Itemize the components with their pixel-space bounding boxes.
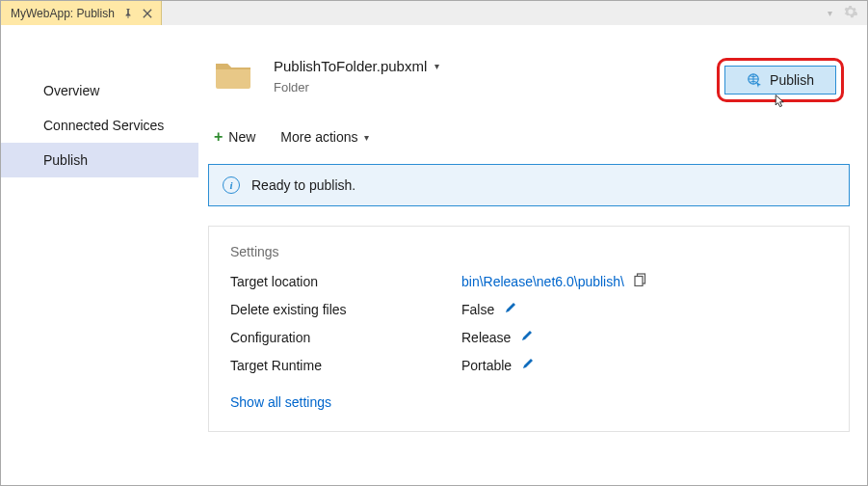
plus-icon: + xyxy=(214,129,223,145)
show-all-settings-link[interactable]: Show all settings xyxy=(230,394,331,410)
actions-row: + New More actions ▾ xyxy=(208,112,850,164)
sidebar-item-connected-services[interactable]: Connected Services xyxy=(1,108,198,143)
sidebar-item-publish[interactable]: Publish xyxy=(1,143,198,177)
profile-name-dropdown[interactable]: PublishToFolder.pubxml ▾ xyxy=(274,58,717,74)
svg-rect-2 xyxy=(635,277,643,286)
content-area: PublishToFolder.pubxml ▾ Folder Publish xyxy=(198,25,867,485)
setting-label-delete-existing: Delete existing files xyxy=(230,302,461,317)
more-actions-label: More actions xyxy=(280,129,357,145)
publish-button-label: Publish xyxy=(770,72,814,88)
new-button[interactable]: + New xyxy=(214,129,255,145)
sidebar-item-label: Overview xyxy=(43,83,99,98)
cursor-icon xyxy=(773,94,788,109)
document-tab[interactable]: MyWebApp: Publish xyxy=(1,1,162,25)
publish-button[interactable]: Publish xyxy=(724,66,836,94)
setting-value-target-runtime: Portable xyxy=(461,358,512,373)
profile-file-name: PublishToFolder.pubxml xyxy=(274,58,427,74)
setting-label-target-location: Target location xyxy=(230,274,461,289)
profile-subtitle: Folder xyxy=(274,80,717,94)
profile-row: PublishToFolder.pubxml ▾ Folder Publish xyxy=(208,25,850,112)
more-actions-dropdown[interactable]: More actions ▾ xyxy=(280,129,368,145)
close-icon[interactable] xyxy=(142,8,153,19)
info-icon: i xyxy=(223,176,240,194)
settings-heading: Settings xyxy=(230,244,828,259)
tab-title: MyWebApp: Publish xyxy=(11,7,115,20)
copy-icon[interactable] xyxy=(634,273,647,289)
setting-value-configuration: Release xyxy=(461,330,511,345)
status-message: Ready to publish. xyxy=(251,177,355,193)
edit-icon[interactable] xyxy=(520,329,534,345)
globe-publish-icon xyxy=(747,72,762,88)
dropdown-icon[interactable]: ▾ xyxy=(828,8,832,18)
titlebar: MyWebApp: Publish ▾ xyxy=(1,1,867,25)
sidebar-item-label: Connected Services xyxy=(43,118,164,133)
folder-icon xyxy=(214,58,252,91)
titlebar-right: ▾ xyxy=(828,1,867,25)
edit-icon[interactable] xyxy=(521,357,535,373)
sidebar-item-label: Publish xyxy=(43,152,88,168)
pin-icon[interactable] xyxy=(122,8,134,19)
chevron-down-icon: ▾ xyxy=(434,61,439,71)
sidebar-item-overview[interactable]: Overview xyxy=(1,73,198,108)
status-bar: i Ready to publish. xyxy=(208,164,850,206)
setting-label-target-runtime: Target Runtime xyxy=(230,358,461,373)
setting-label-configuration: Configuration xyxy=(230,330,461,345)
edit-icon[interactable] xyxy=(504,301,517,317)
setting-value-target-location[interactable]: bin\Release\net6.0\publish\ xyxy=(461,274,624,289)
sidebar: Overview Connected Services Publish xyxy=(1,25,198,485)
settings-card: Settings Target location bin\Release\net… xyxy=(208,226,850,432)
gear-icon[interactable] xyxy=(844,5,857,21)
setting-value-delete-existing: False xyxy=(461,302,494,317)
publish-highlight: Publish xyxy=(717,58,844,102)
chevron-down-icon: ▾ xyxy=(364,132,369,143)
new-button-label: New xyxy=(228,129,255,145)
